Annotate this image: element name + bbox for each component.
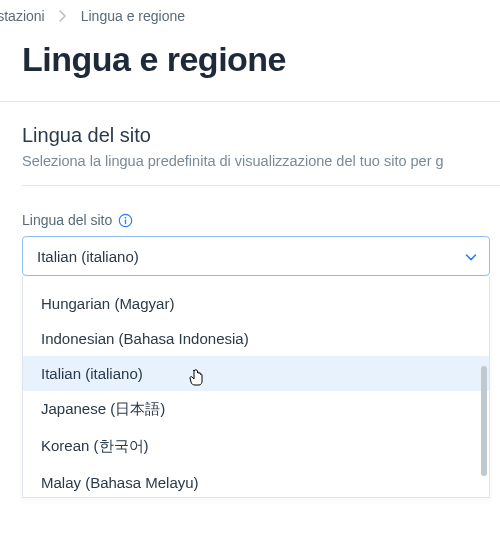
dropdown-option-selected[interactable]: Italian (italiano) — [23, 356, 489, 391]
divider — [22, 185, 500, 186]
dropdown-option[interactable]: Malay (Bahasa Melayu) — [23, 465, 489, 497]
info-icon[interactable] — [118, 213, 133, 228]
field-label-row: Lingua del sito — [22, 212, 500, 228]
section-title: Lingua del sito — [22, 124, 500, 147]
scrollbar-thumb[interactable] — [481, 366, 487, 476]
section-description: Seleziona la lingua predefinita di visua… — [22, 153, 500, 169]
svg-rect-2 — [125, 219, 126, 224]
breadcrumb-current[interactable]: Lingua e regione — [81, 8, 185, 24]
dropdown-option[interactable]: Indonesian (Bahasa Indonesia) — [23, 321, 489, 356]
chevron-down-icon — [465, 248, 477, 265]
field-label: Lingua del sito — [22, 212, 112, 228]
page-title: Lingua e regione — [0, 32, 500, 101]
dropdown-option[interactable]: Japanese (日本語) — [23, 391, 489, 428]
dropdown-option-partial[interactable]: Hindi (हिन्दी) — [23, 276, 489, 286]
chevron-right-icon — [59, 10, 67, 22]
content-area: Lingua del sito Seleziona la lingua pred… — [0, 101, 500, 498]
dropdown-option[interactable]: Korean (한국어) — [23, 428, 489, 465]
svg-point-1 — [125, 216, 127, 218]
dropdown-option[interactable]: Hungarian (Magyar) — [23, 286, 489, 321]
select-value: Italian (italiano) — [37, 248, 139, 265]
pointer-cursor-icon — [188, 367, 206, 390]
language-dropdown: Hindi (हिन्दी) Hungarian (Magyar) Indone… — [22, 276, 490, 498]
breadcrumb-prev[interactable]: mpostazioni — [0, 8, 45, 24]
language-select[interactable]: Italian (italiano) — [22, 236, 490, 276]
breadcrumb: mpostazioni Lingua e regione — [0, 0, 500, 32]
scrollbar[interactable] — [481, 346, 487, 506]
